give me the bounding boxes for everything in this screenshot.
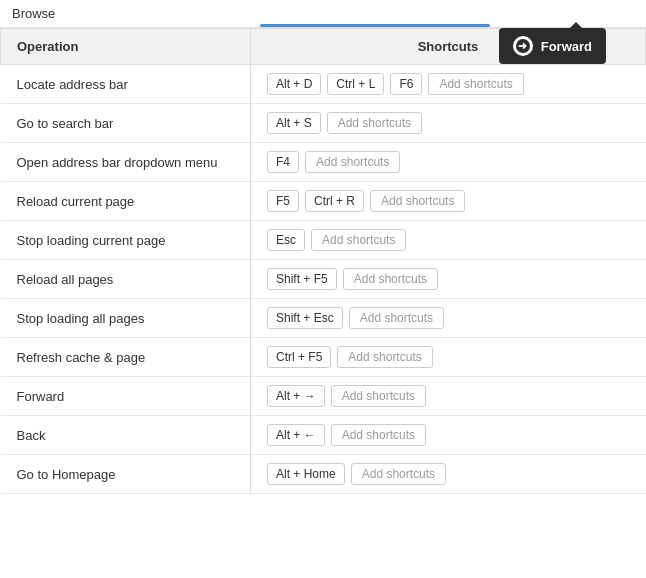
key-badge: F4 bbox=[267, 151, 299, 173]
shortcuts-cell: F5Ctrl + RAdd shortcuts bbox=[251, 182, 646, 221]
operation-cell: Stop loading all pages bbox=[1, 299, 251, 338]
table-row: Locate address barAlt + DCtrl + LF6Add s… bbox=[1, 65, 646, 104]
shortcuts-cell: Alt + SAdd shortcuts bbox=[251, 104, 646, 143]
tooltip-forward: Forward bbox=[499, 28, 606, 64]
key-badge: Alt + → bbox=[267, 385, 325, 407]
table-row: Refresh cache & pageCtrl + F5Add shortcu… bbox=[1, 338, 646, 377]
table-row: Go to search barAlt + SAdd shortcuts bbox=[1, 104, 646, 143]
key-badge: Shift + Esc bbox=[267, 307, 343, 329]
key-badge: Alt + ← bbox=[267, 424, 325, 446]
operation-cell: Stop loading current page bbox=[1, 221, 251, 260]
add-shortcut-button[interactable]: Add shortcuts bbox=[327, 112, 422, 134]
table-row: Stop loading current pageEscAdd shortcut… bbox=[1, 221, 646, 260]
browse-label: Browse bbox=[12, 6, 55, 21]
operation-cell: Back bbox=[1, 416, 251, 455]
table-row: Stop loading all pagesShift + EscAdd sho… bbox=[1, 299, 646, 338]
key-badge: Ctrl + F5 bbox=[267, 346, 331, 368]
shortcuts-cell: Shift + EscAdd shortcuts bbox=[251, 299, 646, 338]
add-shortcut-button[interactable]: Add shortcuts bbox=[343, 268, 438, 290]
add-shortcut-button[interactable]: Add shortcuts bbox=[305, 151, 400, 173]
add-shortcut-button[interactable]: Add shortcuts bbox=[351, 463, 446, 485]
tab-underline bbox=[260, 24, 490, 27]
shortcuts-cell: F4Add shortcuts bbox=[251, 143, 646, 182]
add-shortcut-button[interactable]: Add shortcuts bbox=[331, 385, 426, 407]
operation-cell: Locate address bar bbox=[1, 65, 251, 104]
table-row: Open address bar dropdown menuF4Add shor… bbox=[1, 143, 646, 182]
shortcuts-table: Operation Shortcuts Locate address barAl… bbox=[0, 28, 646, 494]
key-badge: Alt + D bbox=[267, 73, 321, 95]
add-shortcut-button[interactable]: Add shortcuts bbox=[370, 190, 465, 212]
forward-icon bbox=[513, 36, 533, 56]
col-operation: Operation bbox=[1, 29, 251, 65]
table-row: Reload current pageF5Ctrl + RAdd shortcu… bbox=[1, 182, 646, 221]
shortcuts-cell: EscAdd shortcuts bbox=[251, 221, 646, 260]
operation-cell: Forward bbox=[1, 377, 251, 416]
key-badge: F5 bbox=[267, 190, 299, 212]
tooltip-label: Forward bbox=[541, 39, 592, 54]
key-badge: Esc bbox=[267, 229, 305, 251]
key-badge: Alt + S bbox=[267, 112, 321, 134]
shortcuts-cell: Ctrl + F5Add shortcuts bbox=[251, 338, 646, 377]
operation-cell: Reload all pages bbox=[1, 260, 251, 299]
add-shortcut-button[interactable]: Add shortcuts bbox=[428, 73, 523, 95]
key-badge: Alt + Home bbox=[267, 463, 345, 485]
add-shortcut-button[interactable]: Add shortcuts bbox=[337, 346, 432, 368]
top-bar: Browse Forward bbox=[0, 0, 646, 28]
key-badge: Shift + F5 bbox=[267, 268, 337, 290]
table-row: ForwardAlt + →Add shortcuts bbox=[1, 377, 646, 416]
add-shortcut-button[interactable]: Add shortcuts bbox=[349, 307, 444, 329]
shortcuts-cell: Alt + ←Add shortcuts bbox=[251, 416, 646, 455]
key-badge: Ctrl + R bbox=[305, 190, 364, 212]
key-badge: F6 bbox=[390, 73, 422, 95]
shortcuts-cell: Alt + →Add shortcuts bbox=[251, 377, 646, 416]
operation-cell: Reload current page bbox=[1, 182, 251, 221]
key-badge: Ctrl + L bbox=[327, 73, 384, 95]
shortcuts-cell: Alt + HomeAdd shortcuts bbox=[251, 455, 646, 494]
add-shortcut-button[interactable]: Add shortcuts bbox=[331, 424, 426, 446]
operation-cell: Open address bar dropdown menu bbox=[1, 143, 251, 182]
table-row: BackAlt + ←Add shortcuts bbox=[1, 416, 646, 455]
table-row: Go to HomepageAlt + HomeAdd shortcuts bbox=[1, 455, 646, 494]
shortcuts-cell: Alt + DCtrl + LF6Add shortcuts bbox=[251, 65, 646, 104]
operation-cell: Go to search bar bbox=[1, 104, 251, 143]
operation-cell: Refresh cache & page bbox=[1, 338, 251, 377]
operation-cell: Go to Homepage bbox=[1, 455, 251, 494]
add-shortcut-button[interactable]: Add shortcuts bbox=[311, 229, 406, 251]
shortcuts-cell: Shift + F5Add shortcuts bbox=[251, 260, 646, 299]
table-row: Reload all pagesShift + F5Add shortcuts bbox=[1, 260, 646, 299]
